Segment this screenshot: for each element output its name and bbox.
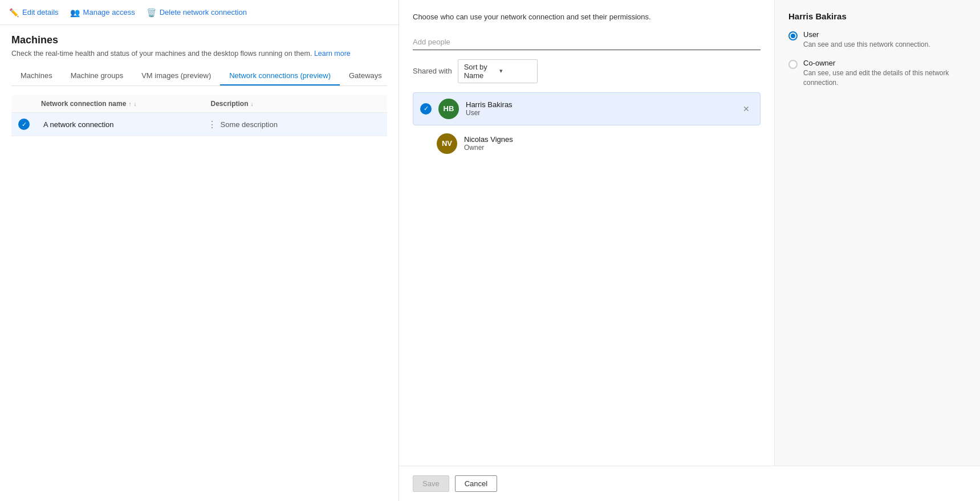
chevron-down-icon: ▾ (499, 67, 531, 75)
col-name-header[interactable]: Network connection name ↑ ↓ (41, 100, 211, 108)
delete-label: Delete network connection (160, 8, 247, 17)
role-coowner-label: Co-owner (803, 59, 966, 67)
tabs: Machines Machine groups VM images (previ… (11, 67, 387, 86)
user-item-harris[interactable]: ✓ HB Harris Bakiras User ✕ (413, 92, 761, 125)
page-subtitle: Check the real-time health and status of… (11, 50, 387, 58)
row-check: ✓ (18, 119, 41, 130)
delete-icon: 🗑️ (147, 8, 156, 17)
shared-with-row: Shared with Sort by Name ▾ (413, 59, 761, 83)
detail-section: Harris Bakiras User Can see and use this… (775, 0, 980, 466)
user-name-nicolas: Nicolas Vignes (464, 135, 754, 144)
edit-details-button[interactable]: ✏️ Edit details (9, 8, 59, 17)
role-coowner-text: Co-owner Can see, use and edit the detai… (803, 59, 966, 88)
user-role-harris: User (466, 109, 733, 117)
toolbar: ✏️ Edit details 👥 Manage access 🗑️ Delet… (0, 0, 398, 25)
tab-network-connections[interactable]: Network connections (preview) (220, 67, 340, 85)
manage-label: Manage access (83, 8, 135, 17)
tab-machine-groups[interactable]: Machine groups (62, 67, 133, 85)
sort-desc-icon: ↓ (133, 101, 136, 107)
role-user-text: User Can see and use this network connec… (803, 30, 930, 50)
role-user-label: User (803, 30, 930, 39)
role-radio-group: User Can see and use this network connec… (788, 30, 966, 87)
main-content: Machines Check the real-time health and … (0, 25, 398, 501)
right-panel: Choose who can use your network connecti… (399, 0, 980, 501)
shared-with-label: Shared with (413, 67, 452, 75)
user-name-harris: Harris Bakiras (466, 100, 733, 109)
role-user-option[interactable]: User Can see and use this network connec… (788, 30, 966, 50)
role-user-desc: Can see and use this network connection. (803, 40, 930, 50)
tab-vm-images[interactable]: VM images (preview) (132, 67, 220, 85)
table-row[interactable]: ✓ A network connection ⋮ Some descriptio… (11, 113, 387, 136)
user-item-nicolas[interactable]: NV Nicolas Vignes Owner (413, 128, 761, 160)
user-check-harris: ✓ (420, 103, 432, 115)
role-coowner-option[interactable]: Co-owner Can see, use and edit the detai… (788, 59, 966, 88)
bottom-actions: Save Cancel (399, 466, 980, 501)
tab-gateways[interactable]: Gateways (340, 67, 391, 85)
middle-section: Choose who can use your network connecti… (399, 0, 775, 466)
role-user-radio[interactable] (788, 31, 798, 40)
user-role-nicolas: Owner (464, 144, 754, 152)
sort-dropdown[interactable]: Sort by Name ▾ (458, 59, 538, 83)
access-description: Choose who can use your network connecti… (413, 11, 761, 23)
manage-access-button[interactable]: 👥 Manage access (70, 8, 135, 17)
row-description: Some description (221, 120, 381, 129)
role-coowner-radio[interactable] (788, 60, 798, 69)
page-title: Machines (11, 34, 387, 46)
avatar-nicolas: NV (437, 133, 457, 154)
remove-harris-button[interactable]: ✕ (739, 103, 753, 115)
learn-more-link[interactable]: Learn more (314, 50, 351, 58)
user-list: ✓ HB Harris Bakiras User ✕ NV (413, 92, 761, 160)
sort-asc-icon: ↑ (128, 101, 131, 107)
user-info-nicolas: Nicolas Vignes Owner (464, 135, 754, 152)
sort-desc-arrow: ↓ (251, 101, 254, 107)
manage-icon: 👥 (70, 8, 80, 17)
row-name: A network connection (41, 120, 204, 129)
sort-dropdown-label: Sort by Name (464, 63, 496, 80)
save-button[interactable]: Save (413, 475, 449, 492)
edit-icon: ✏️ (9, 8, 19, 17)
left-panel: ✏️ Edit details 👥 Manage access 🗑️ Delet… (0, 0, 399, 501)
role-coowner-desc: Can see, use and edit the details of thi… (803, 68, 966, 88)
table-header: Network connection name ↑ ↓ Description … (11, 95, 387, 113)
avatar-harris: HB (438, 99, 459, 119)
user-info-harris: Harris Bakiras User (466, 100, 733, 117)
row-more-button[interactable]: ⋮ (204, 119, 221, 130)
add-people-input[interactable] (413, 34, 761, 50)
tab-machines[interactable]: Machines (11, 67, 62, 85)
check-circle: ✓ (18, 119, 30, 130)
delete-connection-button[interactable]: 🗑️ Delete network connection (147, 8, 247, 17)
right-panel-content: Choose who can use your network connecti… (399, 0, 980, 466)
cancel-button[interactable]: Cancel (455, 475, 497, 492)
selected-user-name: Harris Bakiras (788, 11, 966, 21)
col-desc-header[interactable]: Description ↓ (211, 100, 381, 108)
edit-label: Edit details (22, 8, 59, 17)
